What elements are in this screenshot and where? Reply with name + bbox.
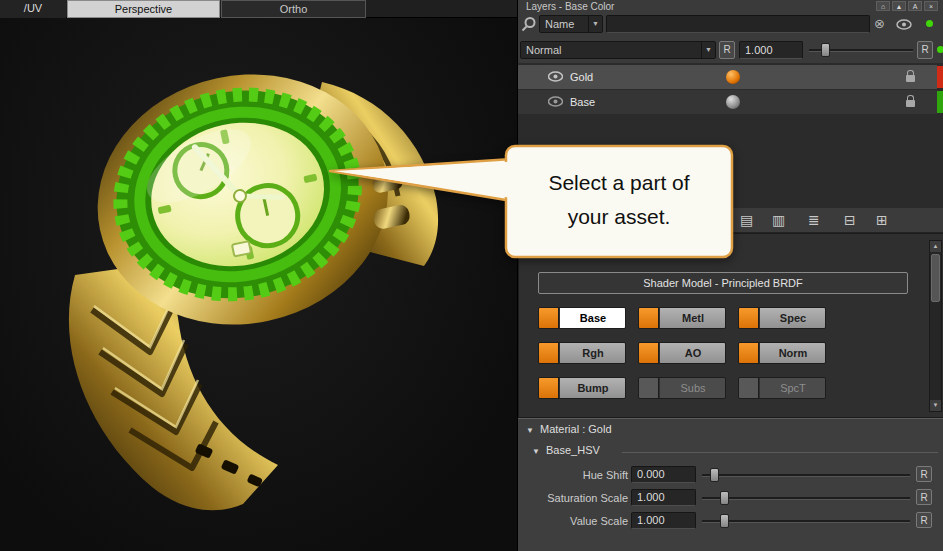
channel-button-base[interactable]: Base: [538, 307, 626, 329]
viewport-tabbar: /UV Perspective Ortho: [0, 0, 517, 18]
channel-label: Spec: [760, 308, 826, 329]
channel-swatch: [739, 378, 759, 399]
clear-search-icon[interactable]: ⊗: [874, 16, 885, 31]
shader-model-button[interactable]: Shader Model - Principled BRDF: [538, 272, 908, 294]
hsv-group-header[interactable]: Base_HSV: [546, 444, 600, 456]
channel-swatch: [739, 343, 759, 364]
channel-label: SpcT: [760, 378, 826, 399]
slider-track: [702, 474, 910, 477]
channel-label: Subs: [660, 378, 726, 399]
channel-button-ao[interactable]: AO: [638, 342, 726, 364]
scroll-down-icon[interactable]: ▼: [930, 400, 941, 411]
value-scale-reset-button[interactable]: R: [916, 512, 932, 528]
search-filter-value: Name: [545, 18, 574, 30]
channel-button-spct: SpcT: [738, 377, 826, 399]
opacity-slider[interactable]: [809, 41, 913, 59]
channel-button-bump[interactable]: Bump: [538, 377, 626, 399]
callout-line-2: your asset.: [506, 200, 732, 234]
value-scale-value-field[interactable]: 1.000: [631, 512, 696, 529]
material-section: [518, 418, 943, 551]
channel-label: Rgh: [560, 343, 626, 364]
slider-track: [702, 497, 910, 500]
channel-label: Norm: [760, 343, 826, 364]
hue-shift-value-field[interactable]: 0.000: [631, 466, 696, 483]
chevron-down-icon: ▼: [701, 42, 715, 58]
panel-window-controls: ⌂ ▲ A ×: [876, 1, 942, 12]
auto-icon[interactable]: A: [908, 1, 922, 11]
blend-mode-dropdown[interactable]: Normal ▼: [520, 41, 716, 59]
layer-detail-view-icon[interactable]: ▥: [772, 212, 785, 228]
layer-row-gold[interactable]: Gold: [518, 65, 937, 89]
layer-name: Base: [570, 90, 595, 114]
layer-stack-icon[interactable]: ≣: [808, 212, 820, 228]
channel-label: Bump: [560, 378, 626, 399]
material-sphere-icon[interactable]: [726, 70, 740, 84]
channel-label: AO: [660, 343, 726, 364]
collapse-panel-icon[interactable]: ▲: [892, 1, 906, 11]
channel-swatch: [539, 378, 559, 399]
slider-handle[interactable]: [821, 43, 830, 57]
slider-handle[interactable]: [720, 491, 729, 505]
blend-mode-value: Normal: [526, 44, 561, 56]
value-scale-slider[interactable]: [702, 512, 910, 530]
layer-visibility-icon[interactable]: [548, 71, 563, 82]
material-header[interactable]: Material : Gold: [540, 423, 612, 435]
collapse-triangle-icon[interactable]: ▼: [532, 447, 540, 456]
date-window: [232, 241, 251, 256]
status-indicator-dot: [937, 46, 943, 53]
status-indicator-dot: [926, 20, 933, 27]
collapse-triangle-icon[interactable]: ▼: [526, 426, 534, 435]
grid-view-icon[interactable]: ⊞: [876, 212, 888, 228]
opacity-reset-button[interactable]: R: [917, 41, 933, 59]
hue-shift-label: Hue Shift: [518, 466, 628, 484]
blend-reset-button[interactable]: R: [719, 41, 735, 59]
value-scale-label: Value Scale: [518, 512, 628, 530]
layer-color-strip-green: [937, 91, 943, 113]
visibility-eye-icon[interactable]: [896, 19, 912, 30]
callout-line-1: Select a part of: [506, 166, 732, 200]
layer-search-input[interactable]: [606, 15, 870, 33]
channel-swatch: [539, 343, 559, 364]
saturation-scale-label: Saturation Scale: [518, 489, 628, 507]
channel-button-norm[interactable]: Norm: [738, 342, 826, 364]
hue-shift-slider[interactable]: [702, 466, 910, 484]
callout-text: Select a part of your asset.: [506, 166, 732, 234]
lock-icon[interactable]: [906, 75, 915, 82]
hue-shift-reset-button[interactable]: R: [916, 466, 932, 482]
channel-swatch: [639, 343, 659, 364]
channel-button-metl[interactable]: Metl: [638, 307, 726, 329]
viewport-canvas[interactable]: /UV Perspective Ortho: [0, 0, 517, 551]
slider-handle[interactable]: [720, 514, 729, 528]
channel-swatch: [639, 378, 659, 399]
scrollbar-thumb[interactable]: [931, 254, 940, 302]
channel-label: Metl: [660, 308, 726, 329]
tab-ortho[interactable]: Ortho: [221, 0, 366, 18]
chevron-down-icon: ▼: [588, 16, 602, 32]
opacity-value-field[interactable]: 1.000: [739, 41, 803, 59]
slider-handle[interactable]: [710, 468, 719, 482]
lock-icon[interactable]: [906, 100, 915, 107]
channel-button-spec[interactable]: Spec: [738, 307, 826, 329]
scroll-up-icon[interactable]: ▲: [930, 241, 941, 252]
group-divider: [622, 452, 938, 453]
layer-color-strip-red: [937, 66, 943, 88]
tab-uv[interactable]: /UV: [0, 0, 66, 18]
layer-visibility-icon[interactable]: [548, 96, 563, 107]
channel-button-rgh[interactable]: Rgh: [538, 342, 626, 364]
saturation-scale-reset-button[interactable]: R: [916, 489, 932, 505]
layer-group-icon[interactable]: ⊟: [844, 212, 856, 228]
tab-perspective[interactable]: Perspective: [67, 0, 220, 18]
channel-swatch: [639, 308, 659, 329]
shader-scrollbar[interactable]: ▲ ▼: [929, 240, 942, 412]
layer-name: Gold: [570, 65, 593, 89]
material-sphere-icon[interactable]: [726, 95, 740, 109]
saturation-scale-slider[interactable]: [702, 489, 910, 507]
dock-icon[interactable]: ⌂: [876, 1, 890, 11]
layer-list-view-icon[interactable]: ▤: [740, 212, 753, 228]
layers-panel: Layers - Base Color ⌂ ▲ A × Name ▼ ⊗ Nor…: [517, 0, 943, 551]
saturation-scale-value-field[interactable]: 1.000: [631, 489, 696, 506]
layer-row-base[interactable]: Base: [518, 90, 937, 114]
search-filter-dropdown[interactable]: Name ▼: [539, 15, 603, 33]
gold-watch-render[interactable]: [0, 0, 517, 551]
close-panel-icon[interactable]: ×: [924, 1, 938, 11]
